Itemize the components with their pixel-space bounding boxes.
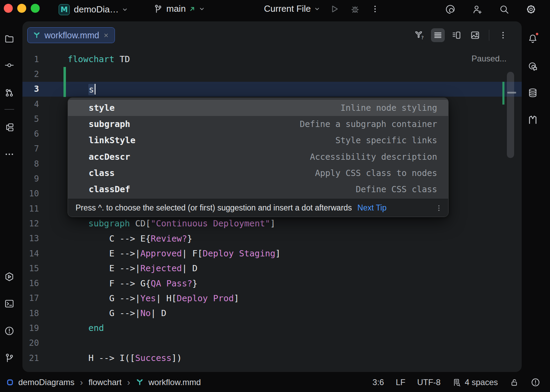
- preview-image-button[interactable]: [468, 28, 482, 42]
- caret-position[interactable]: 3:6: [373, 378, 384, 387]
- chevron-down-icon: [122, 7, 128, 13]
- settings-icon[interactable]: [526, 4, 536, 14]
- close-tab-icon[interactable]: [103, 32, 109, 39]
- line-number[interactable]: 2: [22, 69, 68, 79]
- run-widget: Current File: [264, 3, 380, 14]
- code-line[interactable]: 13 C --> E{Review?}: [22, 231, 522, 246]
- code-line[interactable]: 20: [22, 336, 522, 351]
- line-number[interactable]: 7: [22, 144, 68, 154]
- search-icon[interactable]: [499, 4, 509, 14]
- problems-icon[interactable]: [531, 378, 540, 387]
- project-selector[interactable]: demoDia…: [74, 4, 128, 15]
- editor-island: workflow.mmd ? 1flowchart TD23 s45678910…: [22, 21, 522, 372]
- line-ending[interactable]: LF: [396, 378, 405, 387]
- line-number[interactable]: 6: [22, 129, 68, 139]
- minimize-window-button[interactable]: [17, 4, 26, 13]
- zoom-window-button[interactable]: [31, 4, 40, 13]
- commit-icon[interactable]: [2, 58, 17, 73]
- line-number[interactable]: 19: [22, 323, 68, 333]
- more-button[interactable]: [496, 28, 510, 42]
- completion-item-subgraph[interactable]: subgraphDefine a subgraph container: [68, 116, 448, 132]
- breadcrumb-file[interactable]: workflow.mmd: [148, 378, 201, 387]
- completion-item-classDef[interactable]: classDefDefine CSS class: [68, 181, 448, 197]
- completion-item-style[interactable]: styleInline node styling: [68, 100, 448, 116]
- more-icon[interactable]: [2, 147, 17, 162]
- code-line[interactable]: 2: [22, 67, 522, 81]
- problems-icon[interactable]: [2, 323, 17, 339]
- line-number[interactable]: 14: [22, 249, 68, 258]
- breadcrumb-folder[interactable]: flowchart: [88, 378, 121, 387]
- code-line[interactable]: 18 G -->|No| D: [22, 306, 522, 321]
- vcs-change-marker[interactable]: [63, 67, 66, 97]
- run-icon[interactable]: [329, 4, 340, 14]
- mermaid-icon[interactable]: [525, 112, 540, 127]
- code-editor[interactable]: 1flowchart TD23 s456789101112 subgraph C…: [22, 49, 522, 372]
- split-view-button[interactable]: [450, 28, 463, 42]
- line-number[interactable]: 10: [22, 189, 68, 198]
- next-tip-link[interactable]: Next Tip: [357, 203, 386, 213]
- code-line[interactable]: 19 end: [22, 321, 522, 335]
- application-window: M demoDia… main Current File workf: [0, 0, 550, 392]
- completion-item-class[interactable]: classApply CSS class to nodes: [68, 165, 448, 181]
- code-line[interactable]: 1flowchart TD: [22, 52, 522, 67]
- close-window-button[interactable]: [4, 4, 13, 13]
- completion-name: linkStyle: [89, 135, 135, 145]
- file-encoding[interactable]: UTF-8: [417, 378, 441, 387]
- line-number[interactable]: 20: [22, 338, 68, 348]
- run-config-selector[interactable]: Current File: [264, 3, 320, 14]
- indent-widget[interactable]: 4 spaces: [452, 378, 498, 387]
- breadcrumb-project[interactable]: demoDiagrams: [18, 378, 75, 387]
- line-number[interactable]: 17: [22, 293, 68, 303]
- debug-icon[interactable]: [350, 4, 360, 14]
- line-content: F --> G{QA Pass?}: [68, 278, 197, 288]
- tab-label: workflow.mmd: [45, 30, 99, 40]
- code-line[interactable]: 12 subgraph CD["Continuous Deployment"]: [22, 216, 522, 231]
- code-line[interactable]: 15 E -->|Rejected| D: [22, 261, 522, 276]
- line-number[interactable]: 1: [22, 55, 68, 64]
- more-icon[interactable]: [371, 4, 380, 13]
- line-number[interactable]: 21: [22, 353, 68, 363]
- editor-toolbar: ?: [412, 28, 510, 42]
- git-branch-icon[interactable]: [2, 350, 17, 365]
- ai-chat-icon[interactable]: [525, 59, 540, 74]
- line-number[interactable]: 3: [22, 84, 68, 94]
- tab-workflow-mmd[interactable]: workflow.mmd: [27, 27, 115, 43]
- line-content: s: [68, 84, 96, 95]
- line-number[interactable]: 13: [22, 234, 68, 243]
- code-line[interactable]: 16 F --> G{QA Pass?}: [22, 276, 522, 291]
- editor-scrollbar[interactable]: [507, 72, 514, 158]
- code-line[interactable]: 14 E -->|Approved| F[Deploy Staging]: [22, 246, 522, 261]
- editor-only-view-button[interactable]: [431, 28, 445, 42]
- lock-open-icon[interactable]: [510, 378, 519, 387]
- branch-name: main: [166, 3, 186, 14]
- line-number[interactable]: 18: [22, 308, 68, 318]
- line-number[interactable]: 9: [22, 174, 68, 184]
- line-number[interactable]: 11: [22, 204, 68, 214]
- notification-badge: [535, 32, 539, 36]
- ai-assistant-icon[interactable]: [445, 4, 455, 14]
- left-toolwindow-bar: [0, 20, 19, 373]
- line-number[interactable]: 15: [22, 264, 68, 273]
- code-line[interactable]: 21 H --> I([Success]): [22, 351, 522, 365]
- notifications-icon[interactable]: [525, 31, 540, 46]
- line-number[interactable]: 8: [22, 159, 68, 169]
- vcs-graph-icon[interactable]: [2, 85, 17, 100]
- code-line[interactable]: 3 s: [22, 82, 522, 97]
- svg-text:?: ?: [421, 35, 424, 40]
- tip-more-icon[interactable]: [435, 204, 443, 212]
- line-number[interactable]: 5: [22, 114, 68, 124]
- completion-item-linkStyle[interactable]: linkStyleStyle specific links: [68, 132, 448, 148]
- line-number[interactable]: 4: [22, 99, 68, 109]
- invite-user-icon[interactable]: [472, 4, 482, 14]
- line-number[interactable]: 12: [22, 219, 68, 228]
- line-number[interactable]: 16: [22, 278, 68, 288]
- services-icon[interactable]: [2, 269, 17, 284]
- branch-selector[interactable]: main: [153, 3, 205, 14]
- code-line[interactable]: 17 G -->|Yes| H[Deploy Prod]: [22, 291, 522, 306]
- project-folder-icon[interactable]: [2, 31, 17, 46]
- database-icon[interactable]: [525, 85, 540, 100]
- terminal-icon[interactable]: [2, 296, 17, 311]
- completion-item-accDescr[interactable]: accDescrAccessibility description: [68, 149, 448, 165]
- mermaid-help-button[interactable]: ?: [412, 28, 426, 42]
- structure-icon[interactable]: [2, 120, 17, 135]
